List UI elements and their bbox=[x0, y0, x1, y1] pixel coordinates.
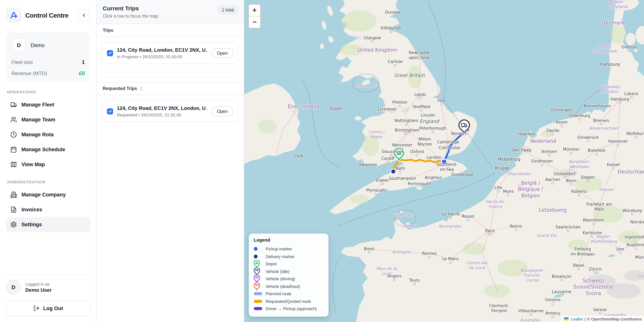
sidebar-item-label: Manage Rota bbox=[22, 132, 54, 138]
legend-item: Delivery marker bbox=[254, 253, 324, 260]
sidebar-item-invoices[interactable]: Invoices bbox=[6, 202, 90, 217]
user-avatar: D bbox=[6, 280, 21, 295]
truck-icon bbox=[10, 101, 17, 108]
building-icon bbox=[10, 191, 17, 198]
legend-swatch bbox=[254, 283, 262, 290]
trip-title: 124, City Road, EC1V 2NX, London, U… bbox=[117, 105, 208, 111]
legend-swatch bbox=[254, 292, 262, 295]
legend-item: Vehicle (idle) bbox=[254, 268, 324, 275]
trip-title: 124, City Road, London, EC1V 2NX, U… bbox=[117, 47, 208, 53]
sidebar-nav: OPERATIONSManage FleetManage TeamManage … bbox=[6, 82, 90, 232]
pickup-marker bbox=[442, 159, 447, 165]
invoice-icon bbox=[10, 206, 17, 213]
legend-label: Vehicle (idle) bbox=[266, 269, 290, 274]
calendar-icon bbox=[10, 146, 17, 153]
legend-pin-icon bbox=[254, 260, 260, 268]
legend-label: Vehicle (driving) bbox=[266, 277, 295, 281]
leaflet-link[interactable]: Leaflet bbox=[571, 317, 583, 321]
logout-button[interactable]: Log Out bbox=[6, 301, 90, 316]
island-fyn bbox=[626, 33, 636, 45]
sidebar-item-manage-schedule[interactable]: Manage Schedule bbox=[6, 142, 90, 157]
trips-panel: Current Trips Click a row to focus the m… bbox=[96, 0, 244, 322]
trip-section-header: Trips bbox=[96, 24, 244, 37]
trip-checkbox[interactable] bbox=[107, 108, 113, 114]
legend-label: Depot bbox=[266, 262, 277, 266]
trip-meta: Requested • 29/10/2025, 21:32:39 bbox=[117, 113, 208, 117]
legend-item: Requested/Quoted route bbox=[254, 298, 324, 305]
sidebar: Control Centre D Demo Fleet size1Revenue… bbox=[0, 0, 96, 322]
map-attribution: Leaflet | © OpenStreetMap contributors bbox=[561, 316, 644, 322]
total-badge: 1 total bbox=[217, 5, 238, 14]
legend-pin-icon bbox=[254, 283, 260, 290]
nav-section-label: OPERATIONS bbox=[7, 90, 90, 94]
app-title: Control Centre bbox=[25, 12, 74, 19]
sidebar-item-label: Manage Fleet bbox=[22, 102, 54, 108]
trip-open-button[interactable]: Open bbox=[211, 106, 234, 116]
legend-item: Driver → Pickup (approach) bbox=[254, 305, 324, 313]
account-avatar: D bbox=[12, 38, 26, 52]
sidebar-item-manage-company[interactable]: Manage Company bbox=[6, 187, 90, 202]
sidebar-item-manage-fleet[interactable]: Manage Fleet bbox=[6, 97, 90, 112]
legend-label: Vehicle (deadhaul) bbox=[266, 284, 300, 289]
map-icon bbox=[10, 161, 17, 168]
trip-open-button[interactable]: Open bbox=[211, 48, 234, 58]
sidebar-collapse-button[interactable] bbox=[78, 9, 90, 21]
check-icon bbox=[108, 51, 112, 55]
trip-row[interactable]: 124, City Road, London, EC1V 2NX, U… In … bbox=[102, 42, 238, 64]
gear-icon bbox=[10, 221, 17, 228]
nav-section-label: ADMINISTRATION bbox=[7, 179, 90, 184]
stat-label: Revenue (MTD) bbox=[12, 70, 47, 76]
legend-label: Pickup marker bbox=[266, 247, 292, 251]
clock-icon bbox=[10, 131, 17, 138]
delivery-marker bbox=[391, 169, 396, 174]
sidebar-item-label: Manage Schedule bbox=[22, 147, 65, 152]
trip-section-title: Requested Trips bbox=[103, 86, 137, 91]
legend-swatch bbox=[254, 307, 262, 310]
stat-label: Fleet size bbox=[12, 59, 33, 65]
map-legend: Legend Pickup markerDelivery markerDepot… bbox=[249, 233, 328, 317]
users-icon bbox=[10, 116, 17, 123]
sidebar-item-label: Manage Team bbox=[22, 117, 56, 123]
chevron-left-icon bbox=[81, 13, 87, 18]
legend-swatch bbox=[254, 275, 262, 283]
legend-swatch bbox=[254, 260, 262, 268]
zoom-out-button[interactable]: − bbox=[249, 16, 260, 28]
trip-checkbox[interactable] bbox=[107, 50, 113, 56]
stat-value: 1 bbox=[82, 59, 85, 65]
sidebar-item-manage-team[interactable]: Manage Team bbox=[6, 112, 90, 127]
legend-item: Depot bbox=[254, 260, 324, 268]
sidebar-item-view-map[interactable]: View Map bbox=[6, 157, 90, 172]
legend-swatch bbox=[254, 300, 262, 303]
trip-meta: In Progress • 29/10/2025, 01:00:00 bbox=[117, 54, 208, 59]
app-logo bbox=[6, 8, 22, 23]
island-isle-of-wight bbox=[416, 186, 422, 190]
trips-panel-header: Current Trips Click a row to focus the m… bbox=[96, 0, 244, 24]
trip-section-title: Trips bbox=[103, 28, 113, 32]
trips-subtitle: Click a row to focus the map bbox=[103, 14, 238, 18]
map-canvas[interactable]: DundeeEdinburghGlasgowUnited KingdomNewc… bbox=[244, 0, 644, 322]
legend-item: Vehicle (deadhaul) bbox=[254, 283, 324, 290]
legend-label: Requested/Quoted route bbox=[266, 299, 311, 304]
legend-label: Driver → Pickup (approach) bbox=[266, 307, 317, 311]
trip-sections: Trips 124, City Road, London, EC1V 2NX, … bbox=[96, 24, 244, 122]
island-jersey bbox=[406, 222, 410, 225]
attribution-text: © OpenStreetMap contributors bbox=[587, 317, 642, 321]
attribution-separator: | bbox=[584, 317, 585, 321]
account-card: D Demo Fleet size1Revenue (MTD)£0 bbox=[6, 32, 90, 82]
island-sjaelland bbox=[636, 26, 644, 44]
account-name: Demo bbox=[31, 42, 44, 48]
account-stat-row: Fleet size1 bbox=[12, 59, 85, 65]
zoom-in-button[interactable]: + bbox=[249, 4, 260, 16]
sidebar-item-manage-rota[interactable]: Manage Rota bbox=[6, 127, 90, 142]
trip-row[interactable]: 124, City Road, EC1V 2NX, London, U… Req… bbox=[102, 100, 238, 122]
map-zoom-control: + − bbox=[248, 4, 261, 29]
sidebar-item-label: Manage Company bbox=[22, 192, 66, 197]
legend-pin-icon bbox=[254, 275, 260, 283]
legend-label: Planned route bbox=[266, 292, 291, 296]
trip-section-header: Requested Trips1 bbox=[96, 82, 244, 95]
account-stats: Fleet size1Revenue (MTD)£0 bbox=[12, 59, 85, 76]
legend-title: Legend bbox=[254, 237, 324, 243]
sidebar-item-label: View Map bbox=[22, 161, 45, 167]
trip-section-count: 1 bbox=[140, 86, 142, 91]
sidebar-item-settings[interactable]: Settings bbox=[6, 217, 90, 232]
